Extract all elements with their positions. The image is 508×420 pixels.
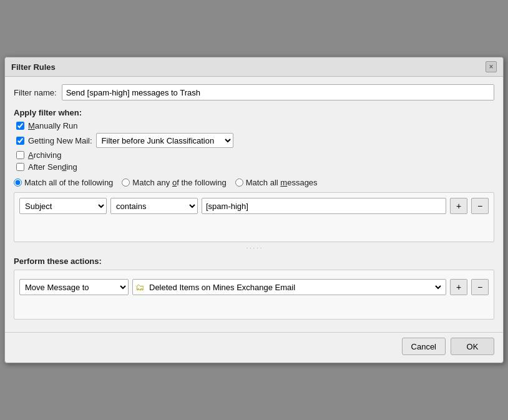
- cancel-button[interactable]: Cancel: [402, 338, 446, 355]
- action-row: Move Message to Copy Message to Forward …: [19, 279, 489, 295]
- filter-rules-dialog: Filter Rules × Filter name: Apply filter…: [4, 57, 504, 363]
- remove-action-button[interactable]: −: [471, 279, 489, 295]
- condition-operator-select[interactable]: contains doesn't contain is isn't begins…: [110, 198, 198, 214]
- folder-icon: 🗂: [135, 282, 144, 292]
- match-any-label[interactable]: Match any of the following: [122, 178, 226, 187]
- after-sending-checkbox[interactable]: [16, 163, 24, 171]
- remove-condition-button[interactable]: −: [471, 198, 489, 214]
- action-type-select[interactable]: Move Message to Copy Message to Forward …: [19, 279, 129, 295]
- match-messages-label[interactable]: Match all messages: [235, 178, 318, 187]
- bottom-bar: Cancel OK: [5, 332, 503, 363]
- archiving-row: Archiving: [14, 150, 494, 160]
- add-action-button[interactable]: +: [450, 279, 467, 295]
- junk-classification-select[interactable]: Filter before Junk Classification Filter…: [96, 133, 233, 148]
- match-all-label[interactable]: Match all of the following: [14, 178, 113, 187]
- apply-filter-section: Apply filter when: Manually Run Getting …: [14, 108, 494, 172]
- apply-filter-label: Apply filter when:: [14, 108, 494, 117]
- getting-new-mail-checkbox[interactable]: [16, 137, 24, 145]
- getting-new-mail-label: Getting New Mail:: [28, 136, 92, 145]
- dialog-title: Filter Rules: [11, 62, 56, 72]
- filter-name-row: Filter name:: [14, 84, 494, 100]
- folder-target-select[interactable]: Deleted Items on Mines Exchange Email In…: [147, 280, 443, 295]
- divider-handle[interactable]: · · · · ·: [14, 242, 494, 254]
- match-row: Match all of the following Match any of …: [14, 178, 494, 187]
- manually-run-row: Manually Run: [14, 121, 494, 130]
- manually-run-label: Manually Run: [28, 121, 78, 130]
- perform-actions-label: Perform these actions:: [14, 256, 494, 266]
- after-sending-row: After Sending: [14, 162, 494, 172]
- filter-name-input[interactable]: [62, 84, 494, 100]
- title-bar: Filter Rules ×: [5, 57, 503, 77]
- match-any-radio[interactable]: [122, 178, 130, 187]
- manually-run-checkbox[interactable]: [16, 122, 24, 130]
- after-sending-label: After Sending: [28, 162, 77, 172]
- getting-new-mail-row: Getting New Mail: Filter before Junk Cla…: [14, 133, 494, 148]
- condition-field-select[interactable]: Subject From To CC Body Date: [19, 198, 107, 214]
- ok-button[interactable]: OK: [451, 338, 494, 355]
- condition-row: Subject From To CC Body Date contains do…: [19, 198, 489, 214]
- match-all-radio[interactable]: [14, 178, 22, 187]
- folder-select-wrapper[interactable]: 🗂 Deleted Items on Mines Exchange Email …: [132, 279, 446, 295]
- match-messages-radio[interactable]: [235, 178, 243, 187]
- actions-section: Perform these actions: Move Message to C…: [14, 256, 494, 320]
- condition-value-input[interactable]: [202, 198, 446, 214]
- close-button[interactable]: ×: [486, 61, 497, 72]
- dialog-body: Filter name: Apply filter when: Manually…: [5, 77, 503, 327]
- archiving-checkbox[interactable]: [16, 151, 24, 159]
- actions-area: Move Message to Copy Message to Forward …: [14, 270, 494, 320]
- conditions-area: Subject From To CC Body Date contains do…: [14, 192, 494, 242]
- filter-name-label: Filter name:: [14, 88, 57, 97]
- archiving-label: Archiving: [28, 150, 61, 160]
- add-condition-button[interactable]: +: [450, 198, 467, 214]
